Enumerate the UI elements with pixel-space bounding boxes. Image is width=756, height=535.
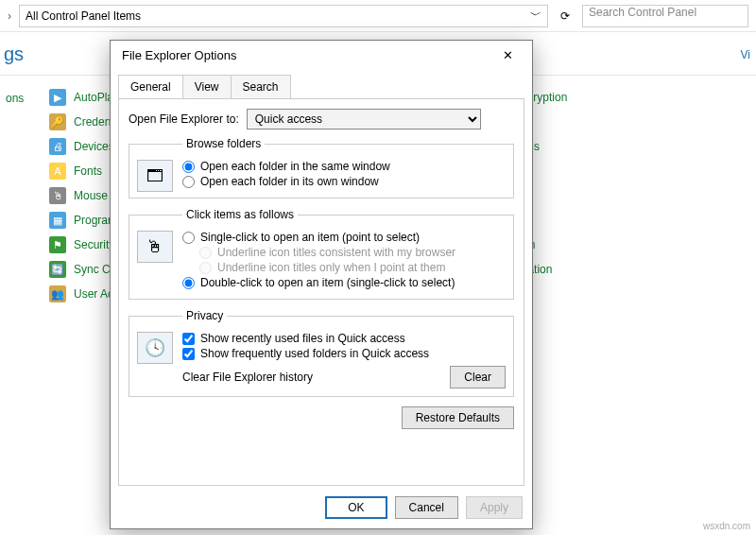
item-icon: ⚑	[49, 236, 66, 253]
file-explorer-options-dialog: File Explorer Options ✕ General View Sea…	[110, 40, 533, 529]
tab-general[interactable]: General	[118, 75, 183, 98]
radio-single-click[interactable]: Single-click to open an item (point to s…	[182, 231, 506, 244]
header-right-link[interactable]: Vi	[741, 48, 750, 61]
clear-button[interactable]: Clear	[450, 366, 506, 388]
dialog-title: File Explorer Options	[122, 48, 236, 62]
tab-search[interactable]: Search	[231, 75, 291, 98]
folder-window-icon: 🗔	[137, 160, 173, 192]
header-title-suffix: gs	[4, 43, 24, 65]
item-link[interactable]: Security	[74, 238, 114, 251]
search-input[interactable]: Search Control Panel	[582, 5, 748, 27]
item-icon: ▶	[49, 89, 66, 106]
radio-own-window[interactable]: Open each folder in its own window	[182, 175, 506, 188]
browse-folders-legend: Browse folders	[182, 137, 265, 150]
chevron-right-icon: ›	[8, 9, 11, 23]
radio-double-click[interactable]: Double-click to open an item (single-cli…	[182, 276, 506, 289]
breadcrumb[interactable]: All Control Panel Items ﹀	[19, 5, 548, 27]
check-frequent-folders[interactable]: Show frequently used folders in Quick ac…	[182, 347, 506, 360]
close-icon[interactable]: ✕	[490, 48, 524, 62]
item-link[interactable]: Mouse	[74, 189, 108, 202]
cursor-icon: 🖱	[137, 231, 173, 263]
item-icon: 🖨	[49, 138, 66, 155]
privacy-group: Privacy 🕓 Show recently used files in Qu…	[129, 309, 514, 397]
item-icon: A	[49, 163, 66, 180]
clear-history-label: Clear File Explorer history	[182, 371, 313, 384]
tab-view[interactable]: View	[182, 75, 232, 98]
chevron-down-icon[interactable]: ﹀	[530, 8, 541, 24]
check-recent-files[interactable]: Show recently used files in Quick access	[182, 332, 506, 345]
watermark: wsxdn.com	[703, 521, 750, 531]
clock-folder-icon: 🕓	[137, 332, 173, 364]
tab-strip: General View Search	[111, 69, 532, 98]
click-items-group: Click items as follows 🖱 Single-click to…	[129, 208, 514, 300]
dialog-titlebar[interactable]: File Explorer Options ✕	[111, 41, 532, 69]
browse-folders-group: Browse folders 🗔 Open each folder in the…	[129, 137, 514, 198]
radio-underline-browser: Underline icon titles consistent with my…	[199, 246, 506, 259]
item-icon: ▦	[49, 212, 66, 229]
left-gutter: ons	[6, 89, 30, 302]
item-link[interactable]: Fonts	[74, 164, 102, 178]
open-to-select[interactable]: Quick access	[247, 109, 481, 129]
item-icon: 🔄	[49, 261, 66, 278]
refresh-icon[interactable]: ⟳	[556, 9, 575, 23]
item-icon: 🔑	[49, 113, 66, 130]
ok-button[interactable]: OK	[325, 496, 387, 519]
click-items-legend: Click items as follows	[182, 208, 298, 221]
item-icon: 🖱	[49, 187, 66, 204]
restore-defaults-button[interactable]: Restore Defaults	[402, 406, 514, 429]
apply-button[interactable]: Apply	[466, 496, 523, 519]
privacy-legend: Privacy	[182, 309, 227, 322]
address-bar: › All Control Panel Items ﹀ ⟳ Search Con…	[0, 0, 756, 32]
item-icon: 👥	[49, 285, 66, 302]
tab-general-page: Open File Explorer to: Quick access Brow…	[118, 98, 524, 486]
cancel-button[interactable]: Cancel	[395, 496, 458, 519]
dialog-button-row: OK Cancel Apply	[325, 496, 523, 519]
radio-underline-point: Underline icon titles only when I point …	[199, 261, 506, 274]
breadcrumb-label: All Control Panel Items	[26, 9, 141, 23]
radio-same-window[interactable]: Open each folder in the same window	[182, 160, 506, 173]
open-to-label: Open File Explorer to:	[129, 112, 239, 126]
left-gutter-label: ons	[6, 92, 30, 105]
